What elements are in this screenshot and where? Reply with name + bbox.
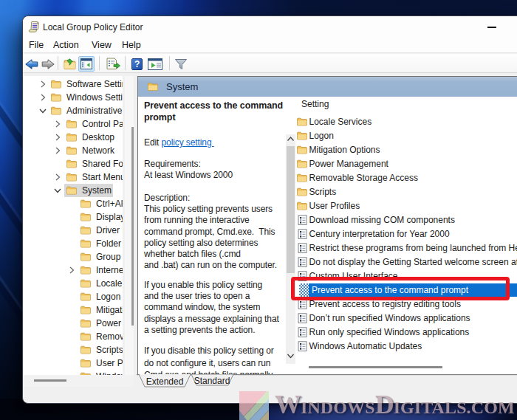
svg-text:Extended: Extended <box>146 376 184 387</box>
svg-text:Standard: Standard <box>194 376 230 386</box>
